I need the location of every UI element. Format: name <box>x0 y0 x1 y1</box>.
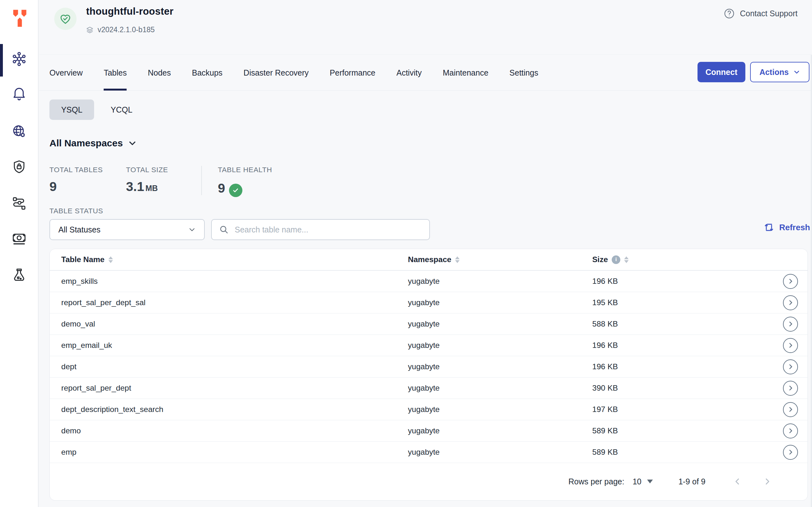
stat-unit: MB <box>146 184 158 193</box>
sidebar-item-security[interactable] <box>0 152 38 181</box>
toggle-ysql[interactable]: YSQL <box>49 100 94 120</box>
cell-table-name: dept <box>61 362 408 371</box>
cell-size: 390 KB <box>592 384 760 393</box>
sidebar-item-alerts[interactable] <box>0 79 38 108</box>
stat-table-health: TABLE HEALTH 9 <box>218 166 272 197</box>
table-row[interactable]: emp yugabyte 589 KB <box>50 442 808 463</box>
row-chevron-right-icon[interactable] <box>783 445 798 460</box>
sidebar-item-integrations[interactable] <box>0 189 38 218</box>
column-header-table-name[interactable]: Table Name <box>61 255 408 264</box>
cell-size: 196 KB <box>592 362 760 371</box>
tab-overview[interactable]: Overview <box>49 55 83 91</box>
cell-table-name: report_sal_per_dept <box>61 384 408 393</box>
tab-nodes[interactable]: Nodes <box>148 55 171 91</box>
chevron-down-icon <box>793 68 800 75</box>
flask-icon <box>11 267 27 283</box>
cell-namespace: yugabyte <box>408 362 592 371</box>
row-chevron-right-icon[interactable] <box>783 317 798 332</box>
tab-settings[interactable]: Settings <box>509 55 538 91</box>
cell-table-name: emp_email_uk <box>61 341 408 350</box>
cell-namespace: yugabyte <box>408 384 592 393</box>
toggle-ycql[interactable]: YCQL <box>99 100 144 120</box>
scrollbar-track[interactable] <box>811 55 812 507</box>
globe-gear-icon <box>11 124 27 139</box>
sort-icon[interactable] <box>455 257 459 263</box>
row-chevron-right-icon[interactable] <box>783 274 798 289</box>
row-chevron-right-icon[interactable] <box>783 402 798 417</box>
refresh-label: Refresh <box>779 223 810 232</box>
column-header-namespace[interactable]: Namespace <box>408 255 592 264</box>
tab-backups[interactable]: Backups <box>192 55 223 91</box>
table-controls: All Statuses Refresh <box>49 219 812 240</box>
search-input[interactable] <box>235 225 422 234</box>
pagination-bar: Rows per page: 10 1-9 of 9 <box>50 463 808 500</box>
rows-per-page-label: Rows per page: <box>569 477 624 486</box>
yugabyte-logo-icon[interactable] <box>10 8 29 28</box>
connect-button[interactable]: Connect <box>698 62 745 82</box>
cell-namespace: yugabyte <box>408 341 592 350</box>
version-label: v2024.2.1.0-b185 <box>98 25 155 34</box>
contact-support-button[interactable]: Contact Support <box>723 8 798 19</box>
tab-performance[interactable]: Performance <box>330 55 375 91</box>
stat-total-tables: TOTAL TABLES 9 <box>49 166 126 197</box>
row-chevron-right-icon[interactable] <box>783 381 798 396</box>
tabs: Overview Tables Nodes Backups Disaster R… <box>49 55 538 91</box>
table-row[interactable]: emp_skills yugabyte 196 KB <box>50 271 808 292</box>
stat-value: 9 <box>49 179 57 194</box>
rows-per-page-value: 10 <box>633 477 641 486</box>
cluster-icon <box>11 51 27 67</box>
cell-size: 588 KB <box>592 320 760 328</box>
table-row[interactable]: dept yugabyte 196 KB <box>50 356 808 378</box>
cell-namespace: yugabyte <box>408 426 592 435</box>
workflow-icon <box>11 196 27 211</box>
heart-check-icon <box>59 12 72 25</box>
tab-disaster-recovery[interactable]: Disaster Recovery <box>243 55 309 91</box>
cell-size: 196 KB <box>592 341 760 350</box>
contact-support-label: Contact Support <box>740 9 798 18</box>
next-page-button[interactable] <box>763 477 772 486</box>
sidebar-item-regions[interactable] <box>0 117 38 146</box>
info-icon[interactable]: i <box>612 256 620 264</box>
table-status-label: TABLE STATUS <box>49 207 103 215</box>
cell-table-name: demo <box>61 426 408 435</box>
sidebar-item-labs[interactable] <box>0 260 38 289</box>
sort-icon[interactable] <box>624 257 629 263</box>
refresh-icon <box>763 222 775 233</box>
refresh-button[interactable]: Refresh <box>763 222 810 233</box>
table-header-row: Table Name Namespace Size i <box>50 249 808 271</box>
tab-activity[interactable]: Activity <box>396 55 422 91</box>
search-icon <box>219 224 229 235</box>
tab-maintenance[interactable]: Maintenance <box>443 55 488 91</box>
status-filter-select[interactable]: All Statuses <box>49 219 205 240</box>
cell-size: 589 KB <box>592 426 760 435</box>
table-row[interactable]: report_sal_per_dept yugabyte 390 KB <box>50 378 808 399</box>
chevron-down-icon <box>188 226 196 233</box>
row-chevron-right-icon[interactable] <box>783 338 798 353</box>
sidebar-item-billing[interactable] <box>0 224 38 253</box>
table-row[interactable]: dept_description_text_search yugabyte 19… <box>50 399 808 420</box>
column-header-size[interactable]: Size i <box>592 255 760 264</box>
table-stats: TOTAL TABLES 9 TOTAL SIZE 3.1MB TABLE HE… <box>49 166 272 197</box>
row-chevron-right-icon[interactable] <box>783 295 798 310</box>
sort-icon[interactable] <box>108 257 113 263</box>
rows-per-page-select[interactable]: 10 <box>633 477 653 486</box>
row-chevron-right-icon[interactable] <box>783 424 798 439</box>
stat-total-size: TOTAL SIZE 3.1MB <box>126 166 201 197</box>
tables-card: Table Name Namespace Size i emp_skills y… <box>49 249 808 501</box>
table-row[interactable]: report_sal_per_dept_sal yugabyte 195 KB <box>50 292 808 314</box>
pagination-range: 1-9 of 9 <box>679 477 705 486</box>
table-search <box>211 219 430 240</box>
table-row[interactable]: emp_email_uk yugabyte 196 KB <box>50 335 808 356</box>
cluster-health-badge <box>54 8 76 30</box>
table-row[interactable]: demo_val yugabyte 588 KB <box>50 314 808 335</box>
table-row[interactable]: demo yugabyte 589 KB <box>50 420 808 442</box>
previous-page-button[interactable] <box>733 477 742 486</box>
namespace-dropdown[interactable]: All Namespaces <box>49 138 137 149</box>
row-chevron-right-icon[interactable] <box>783 359 798 374</box>
sidebar-item-cluster[interactable] <box>0 44 38 74</box>
column-label: Table Name <box>61 255 105 264</box>
stat-label: TOTAL SIZE <box>126 166 201 174</box>
tab-tables[interactable]: Tables <box>104 55 127 91</box>
actions-button[interactable]: Actions <box>750 62 809 82</box>
cell-table-name: demo_val <box>61 320 408 328</box>
